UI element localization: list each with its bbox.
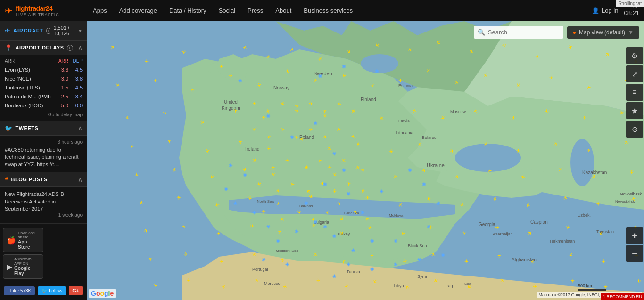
aircraft-count: 1,501 / 10,126 (53, 25, 75, 36)
airport-delays-collapse[interactable]: ∧ (78, 44, 83, 51)
fullscreen-button[interactable]: ⤢ (626, 65, 643, 82)
app-buttons: 🍎 Download on the App Store ▶ ANDROID AP… (0, 224, 87, 283)
logo[interactable]: ✈ flightradar24 LIVE AIR TRAFFIC (0, 0, 87, 21)
google-play-button[interactable]: ▶ ANDROID APP ON Google Play (3, 254, 43, 279)
plane-logo-icon: ✈ (5, 5, 13, 16)
sidebar: ✈ AIRCRAFT i 1,501 / 10,126 ▼ 📍 AIRPORT … (0, 21, 87, 300)
airport-name-2: Toulouse (TLS) (5, 85, 54, 90)
login-button[interactable]: 👤 Log in (592, 7, 618, 14)
tweets-title: 🐦 TWEETS (5, 125, 38, 132)
filter-button[interactable]: ≡ (626, 84, 643, 101)
top-navigation: ✈ flightradar24 LIVE AIR TRAFFIC Apps Ad… (0, 0, 644, 21)
nav-about[interactable]: About (270, 0, 297, 21)
table-row[interactable]: Lyon (LYS) 3.6 4.5 (0, 65, 87, 74)
blog-time-0: 1 week ago (5, 212, 83, 218)
zoom-out-button[interactable]: − (626, 245, 643, 262)
zoom-in-button[interactable]: + (626, 227, 643, 244)
blog-icon: ❝ (5, 176, 8, 183)
aircraft-label: AIRCRAFT (13, 28, 43, 33)
svg-text:Lithuania: Lithuania (396, 130, 413, 135)
table-row[interactable]: Toulouse (TLS) 1.5 4.5 (0, 83, 87, 92)
compass-button[interactable]: ⊙ (626, 121, 643, 138)
tweets-collapse[interactable]: ∧ (78, 124, 83, 132)
nav-data-history[interactable]: Data / History (164, 0, 212, 21)
nav-press[interactable]: Press (242, 0, 269, 21)
nav-add-coverage[interactable]: Add coverage (114, 0, 163, 21)
blog-posts-header[interactable]: ❝ BLOG POSTS ∧ (0, 172, 87, 187)
arr-delay-1: 3.0 (54, 76, 68, 81)
settings-button[interactable]: ⚙ (626, 47, 643, 64)
svg-text:Belarus: Belarus (422, 135, 437, 140)
google-name: Google Play (14, 266, 40, 276)
nav-social[interactable]: Social (213, 0, 241, 21)
dep-delay-4: 0.0 (68, 103, 83, 108)
twitter-follow-button[interactable]: 🐦 Follow (38, 286, 66, 295)
aircraft-info-icon[interactable]: i (46, 28, 50, 34)
map-view-button[interactable]: ● Map view (default) ▼ (567, 26, 639, 39)
table-row[interactable]: Nice (NCE) 3.0 3.8 (0, 74, 87, 83)
svg-text:Sea: Sea (464, 282, 471, 286)
current-time: 08:21 (624, 9, 639, 16)
blog-posts-title: ❝ BLOG POSTS (5, 176, 48, 183)
delay-map-link[interactable]: Go to delay map (0, 110, 87, 119)
map-search-input[interactable] (474, 26, 563, 39)
google-plus-button[interactable]: G+ (69, 286, 83, 295)
svg-text:Portugal: Portugal (252, 267, 268, 272)
svg-text:Morocco: Morocco (264, 281, 281, 286)
dep-delay-2: 4.5 (68, 85, 83, 90)
table-row[interactable]: Bordeaux (BOD) 5.0 0.0 (0, 101, 87, 110)
map-svg: Sweden Norway Finland United Kingdom Lat… (87, 21, 644, 300)
tweet-time-0: 3 hours ago (5, 139, 83, 145)
svg-text:Kingdom: Kingdom (222, 105, 240, 111)
airport-col-header: ARR (5, 58, 54, 64)
svg-text:Syria: Syria (417, 274, 427, 279)
aircraft-chevron-icon[interactable]: ▼ (78, 28, 83, 33)
favorites-button[interactable]: ★ (626, 102, 643, 119)
dep-delay-0: 4.5 (68, 67, 83, 73)
svg-point-1 (570, 139, 594, 186)
airport-name-1: Nice (NCE) (5, 76, 54, 81)
svg-text:Uzbek.: Uzbek. (578, 213, 591, 218)
apple-app-store-button[interactable]: 🍎 Download on the App Store (3, 228, 43, 252)
table-row[interactable]: Palma de M... (PMI) 2.5 3.4 (0, 92, 87, 101)
nav-business[interactable]: Business services (298, 0, 358, 21)
google-sub: ANDROID APP ON (14, 257, 40, 266)
social-row: f Like 573K 🐦 Follow G+ (0, 283, 87, 298)
logo-name: flightradar24 (16, 5, 59, 12)
tweets-header[interactable]: 🐦 TWEETS ∧ (0, 121, 87, 136)
recommend-watermark: 1 RECOMMEND.RU (601, 293, 644, 300)
android-icon: ▶ (7, 262, 12, 271)
svg-text:Afghanistan: Afghanistan (512, 257, 537, 262)
svg-text:Novosibirsk: Novosibirsk (615, 199, 635, 203)
arr-delay-0: 3.6 (54, 67, 68, 73)
blog-posts-collapse[interactable]: ∧ (78, 176, 83, 183)
dep-delay-1: 3.8 (68, 76, 83, 81)
facebook-like-button[interactable]: f Like 573K (4, 286, 35, 295)
svg-text:Norway: Norway (273, 85, 289, 90)
svg-text:Novosibirsk: Novosibirsk (620, 192, 642, 196)
svg-text:Caspian: Caspian (530, 219, 548, 225)
svg-text:United: United (224, 99, 238, 105)
svg-text:Iraq: Iraq (446, 284, 453, 288)
blog-item-0[interactable]: New Flightradar24 ADS-B Receivers Activa… (0, 187, 87, 224)
radio-dot-icon: ● (573, 29, 576, 36)
airport-delays-info-icon[interactable]: i (67, 45, 73, 51)
svg-text:North Sea: North Sea (257, 199, 274, 203)
airport-name-3: Palma de M... (PMI) (5, 94, 54, 99)
svg-text:Tunisia: Tunisia (347, 269, 360, 274)
search-wrapper: 🔍 (474, 26, 563, 39)
nav-apps[interactable]: Apps (87, 0, 113, 21)
location-icon: 📍 (5, 44, 13, 51)
map-search-icon: 🔍 (478, 29, 485, 36)
arr-col-header: ARR (54, 58, 68, 64)
map-area[interactable]: Sweden Norway Finland United Kingdom Lat… (87, 21, 644, 300)
svg-text:Kazakhstan: Kazakhstan (582, 170, 607, 175)
arr-delay-2: 1.5 (54, 85, 68, 90)
svg-text:Balkans: Balkans (299, 204, 313, 208)
logo-subtitle: LIVE AIR TRAFFIC (16, 12, 59, 17)
airport-delays-header[interactable]: 📍 AIRPORT DELAYS i ∧ (0, 41, 87, 55)
tweet-item-0[interactable]: 3 hours ago #AC880 returning due to tech… (0, 136, 87, 172)
dep-col-header: DEP (68, 58, 83, 64)
svg-text:Ukraine: Ukraine (427, 162, 445, 168)
arr-delay-3: 2.5 (54, 94, 68, 99)
